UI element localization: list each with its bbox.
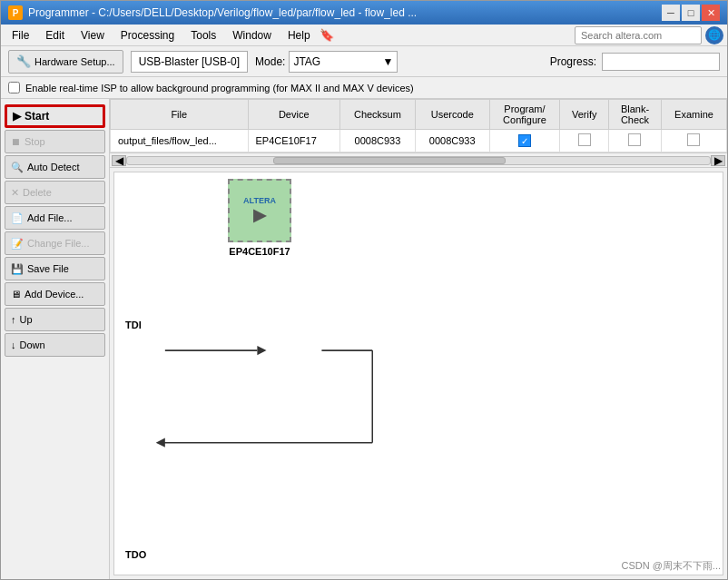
title-bar: P Programmer - C:/Users/DELL/Desktop/Ver… <box>1 1 727 25</box>
minimize-button[interactable]: ─ <box>662 5 680 21</box>
usb-blaster-label: USB-Blaster [USB-0] <box>139 55 240 68</box>
scroll-right-button[interactable]: ▶ <box>711 155 725 166</box>
delete-button[interactable]: ✕ Delete <box>5 181 105 204</box>
chip-arrow-icon: ▶ <box>243 206 276 226</box>
hardware-icon: 🔧 <box>16 54 31 68</box>
col-file: File <box>111 100 249 130</box>
sidebar: ▶ Start ⏹ Stop 🔍 Auto Detect ✕ Delete 📄 … <box>1 99 110 579</box>
dropdown-arrow-icon: ▼ <box>383 55 394 68</box>
col-examine: Examine <box>661 100 726 130</box>
search-area: 🌐 <box>575 26 723 44</box>
svg-marker-5 <box>156 438 165 447</box>
close-button[interactable]: ✕ <box>702 5 720 21</box>
search-globe-icon[interactable]: 🌐 <box>705 26 723 44</box>
hardware-setup-button[interactable]: 🔧 Hardware Setup... <box>8 50 123 74</box>
save-file-icon: 💾 <box>11 263 24 275</box>
examine-checkbox[interactable] <box>687 133 700 146</box>
delete-label: Delete <box>23 187 52 198</box>
cell-blank-check[interactable] <box>608 130 661 152</box>
search-input[interactable] <box>575 26 702 44</box>
down-button[interactable]: ↓ Down <box>5 333 105 357</box>
title-bar-left: P Programmer - C:/Users/DELL/Desktop/Ver… <box>8 5 417 20</box>
cell-examine[interactable] <box>661 130 726 152</box>
tdo-label: TDO <box>125 549 146 560</box>
mode-value: JTAG <box>293 55 320 68</box>
mode-dropdown[interactable]: JTAG ▼ <box>289 51 398 73</box>
menu-view[interactable]: View <box>74 27 112 44</box>
menu-processing[interactable]: Processing <box>113 27 182 44</box>
file-table: File Device Checksum Usercode Program/Co… <box>110 99 727 153</box>
horizontal-scrollbar[interactable] <box>126 156 711 165</box>
add-device-button[interactable]: 🖥 Add Device... <box>5 282 105 306</box>
col-usercode: Usercode <box>415 100 489 130</box>
maximize-button[interactable]: □ <box>682 5 700 21</box>
chip-name-label: EP4CE10F17 <box>229 246 290 257</box>
menu-bar: File Edit View Processing Tools Window H… <box>1 25 727 46</box>
usb-blaster-display: USB-Blaster [USB-0] <box>131 51 248 73</box>
col-device: Device <box>248 100 339 130</box>
verify-checkbox[interactable] <box>578 133 591 146</box>
diagram-svg <box>114 172 723 575</box>
menu-window[interactable]: Window <box>225 27 279 44</box>
right-panel: File Device Checksum Usercode Program/Co… <box>110 99 727 579</box>
cell-device: EP4CE10F17 <box>248 130 339 152</box>
add-file-button[interactable]: 📄 Add File... <box>5 206 105 230</box>
menu-file[interactable]: File <box>5 27 36 44</box>
main-content: ▶ Start ⏹ Stop 🔍 Auto Detect ✕ Delete 📄 … <box>1 99 727 579</box>
isp-label: Enable real-time ISP to allow background… <box>25 83 414 93</box>
diagram-inner: TDI TDO <box>114 172 723 575</box>
progress-label: Progress: <box>550 55 596 68</box>
cell-program[interactable]: ✓ <box>489 130 560 152</box>
app-icon: P <box>8 5 23 20</box>
title-bar-controls: ─ □ ✕ <box>662 5 720 21</box>
chip-container: ALTERA ▶ EP4CE10F17 <box>228 179 291 257</box>
chip-logo: ALTERA ▶ <box>243 196 276 225</box>
svg-marker-1 <box>257 346 266 355</box>
down-icon: ↓ <box>11 339 16 350</box>
stop-button[interactable]: ⏹ Stop <box>5 130 105 153</box>
mode-section: Mode: JTAG ▼ <box>255 51 398 73</box>
scroll-left-button[interactable]: ◀ <box>112 155 126 166</box>
auto-detect-button[interactable]: 🔍 Auto Detect <box>5 155 105 179</box>
mode-label: Mode: <box>255 55 285 68</box>
menu-edit[interactable]: Edit <box>38 27 72 44</box>
down-label: Down <box>20 339 45 350</box>
window-title: Programmer - C:/Users/DELL/Desktop/Veril… <box>28 6 417 19</box>
tdi-label: TDI <box>125 319 142 330</box>
delete-icon: ✕ <box>11 187 19 199</box>
chip-box: ALTERA ▶ <box>228 179 291 242</box>
program-checkbox[interactable]: ✓ <box>518 134 531 147</box>
watermark: CSDN @周末不下雨... <box>621 559 721 573</box>
programmer-table: File Device Checksum Usercode Program/Co… <box>110 99 727 152</box>
stop-icon: ⏹ <box>11 136 21 147</box>
start-icon: ▶ <box>13 110 21 123</box>
hardware-setup-label: Hardware Setup... <box>34 56 115 67</box>
add-file-icon: 📄 <box>11 212 24 224</box>
horizontal-scrollbar-area: ◀ ▶ <box>110 153 727 168</box>
toolbar: 🔧 Hardware Setup... USB-Blaster [USB-0] … <box>1 46 727 77</box>
change-file-label: Change File... <box>27 238 89 249</box>
menu-tools[interactable]: Tools <box>183 27 223 44</box>
isp-bar: Enable real-time ISP to allow background… <box>1 77 727 99</box>
scrollbar-thumb[interactable] <box>273 157 507 164</box>
help-icon: 🔖 <box>320 28 334 42</box>
auto-detect-icon: 🔍 <box>11 162 24 173</box>
start-label: Start <box>25 110 49 123</box>
add-file-label: Add File... <box>27 212 73 223</box>
blank-check-checkbox[interactable] <box>628 133 641 146</box>
cell-usercode: 0008C933 <box>415 130 489 152</box>
up-icon: ↑ <box>11 314 16 325</box>
start-button[interactable]: ▶ Start <box>5 104 105 128</box>
auto-detect-label: Auto Detect <box>27 162 79 172</box>
table-row: output_files/flow_led... EP4CE10F17 0008… <box>111 130 727 152</box>
change-file-button[interactable]: 📝 Change File... <box>5 231 105 255</box>
menu-help[interactable]: Help <box>280 27 318 44</box>
chip-logo-line1: ALTERA <box>243 196 276 206</box>
cell-checksum: 0008C933 <box>339 130 415 152</box>
isp-checkbox[interactable] <box>8 82 20 93</box>
up-label: Up <box>20 314 33 325</box>
save-file-label: Save File <box>27 263 69 274</box>
save-file-button[interactable]: 💾 Save File <box>5 257 105 280</box>
up-button[interactable]: ↑ Up <box>5 308 105 331</box>
cell-verify[interactable] <box>560 130 609 152</box>
